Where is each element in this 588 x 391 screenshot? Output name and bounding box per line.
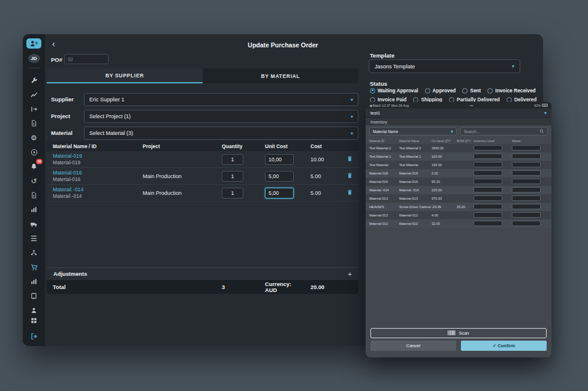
material-value: Select Material (3) (89, 130, 133, 136)
inventory-used-input[interactable] (474, 212, 502, 218)
page-title: Update Purchase Order (23, 41, 543, 49)
radio-icon[interactable] (370, 88, 375, 94)
chart-line-icon[interactable] (28, 89, 41, 100)
onhand-qty-cell: 2.01 (432, 172, 457, 175)
confirm-button[interactable]: ✓ Confirm (461, 341, 547, 351)
waste-input[interactable] (512, 154, 541, 159)
material-name-cell: Material-013 (399, 197, 432, 200)
quantity-input[interactable] (222, 171, 243, 182)
table-row: Material-016 Material-016 Main Productio… (47, 168, 358, 185)
inventory-used-input[interactable] (474, 221, 502, 226)
template-label: Template (370, 52, 394, 59)
waste-input[interactable] (512, 145, 541, 151)
user-icon[interactable] (28, 305, 41, 315)
logout-icon[interactable] (28, 331, 41, 341)
notification-badge: 16 (36, 159, 42, 164)
material-name-cell: Material-010 (399, 222, 432, 225)
search-input[interactable] (464, 130, 530, 134)
tab-by-supplier[interactable]: BY SUPPLIER (47, 68, 203, 83)
waste-input[interactable] (512, 179, 541, 184)
stats-bars-icon[interactable] (28, 276, 41, 287)
waste-input[interactable] (512, 162, 541, 167)
unit-cost-input[interactable] (265, 154, 294, 165)
col-onhand-qty: On-hand QTY (432, 139, 457, 143)
delete-row-icon[interactable] (346, 155, 353, 162)
waste-input[interactable] (512, 204, 541, 209)
batch-select[interactable]: test1 ▾ (366, 109, 551, 118)
unit-cost-input[interactable] (265, 171, 294, 182)
supplier-select[interactable]: Eric Supplier 1 ▾ (84, 93, 358, 106)
po-number-input[interactable] (64, 54, 108, 64)
device-statusbar: ◀ Batch 12:37 Mon 26 Aug ••• 92% (366, 102, 551, 109)
add-adjustment-button[interactable]: + (348, 270, 352, 278)
avatar[interactable]: JD (28, 54, 40, 63)
status-option[interactable]: Waiting Approval (370, 88, 418, 94)
barcode-icon (448, 330, 456, 336)
mini-chart-icon[interactable] (28, 204, 41, 215)
template-select[interactable]: Jasons Template ▾ (369, 59, 520, 73)
material-name-filter-select[interactable]: Material Name ▾ (369, 127, 457, 136)
quantity-input[interactable] (222, 188, 243, 198)
project-select[interactable]: Select Project (1) ▾ (84, 110, 358, 123)
export-icon[interactable] (28, 104, 41, 114)
inventory-used-input[interactable] (474, 196, 502, 201)
play-icon[interactable] (28, 147, 41, 157)
unit-cost-input[interactable] (265, 188, 294, 198)
notifications-bell-icon[interactable]: 16 (28, 161, 41, 172)
statusbar-center: ••• (470, 104, 474, 107)
history-icon[interactable]: ↺ (28, 176, 41, 186)
hierarchy-icon[interactable] (28, 248, 41, 258)
settings-gear-icon[interactable]: ⚙ (28, 133, 41, 143)
documents-icon[interactable] (28, 190, 41, 200)
cancel-button[interactable]: Cancel (370, 341, 456, 351)
inventory-search-field[interactable] (460, 127, 548, 136)
status-option[interactable]: Invoice Received (487, 88, 535, 94)
inventory-used-input[interactable] (474, 154, 502, 159)
col-unit-cost: Unit Cost (259, 143, 304, 149)
adjustments-row: Adjustments + (47, 267, 358, 280)
radio-icon[interactable] (425, 88, 430, 94)
apps-grid-icon[interactable] (28, 315, 41, 326)
statusbar-left: ◀ Batch 12:37 Mon 26 Aug (369, 104, 409, 107)
material-link[interactable]: Materail -014 (53, 187, 137, 193)
status-option[interactable]: Approved (425, 88, 456, 94)
chevron-down-icon: ▾ (512, 64, 514, 69)
delete-row-icon[interactable] (346, 189, 353, 196)
status-option-label: Approved (433, 88, 456, 94)
inventory-used-input[interactable] (474, 187, 502, 193)
total-label: Total (47, 284, 137, 290)
waste-input[interactable] (512, 170, 541, 176)
material-name-filter-value: Material Name (373, 130, 398, 134)
delivery-truck-icon[interactable] (28, 219, 41, 229)
waste-input[interactable] (512, 187, 541, 193)
material-select[interactable]: Select Material (3) ▾ (84, 127, 358, 140)
waste-input[interactable] (512, 196, 541, 201)
material-id-cell: HEAVM/S (369, 205, 399, 209)
radio-icon[interactable] (487, 88, 493, 94)
tablet-icon[interactable] (28, 291, 41, 301)
status-label: Status (370, 80, 387, 87)
delete-row-icon[interactable] (346, 172, 353, 179)
invoice-icon[interactable] (28, 118, 41, 128)
waste-input[interactable] (512, 221, 541, 226)
tab-by-material[interactable]: BY MATERIAL (203, 68, 358, 83)
onhand-qty-cell: -29.99 (432, 205, 457, 209)
inventory-used-input[interactable] (474, 204, 502, 209)
status-option-label: Invoice Received (495, 88, 535, 94)
inventory-used-input[interactable] (474, 179, 502, 184)
inventory-used-input[interactable] (474, 145, 502, 151)
scan-button[interactable]: Scan (370, 328, 547, 338)
wrench-icon[interactable] (28, 75, 41, 85)
material-link[interactable]: Material-016 (53, 170, 137, 176)
radio-icon[interactable] (462, 88, 468, 94)
list-icon[interactable]: ☰ (28, 233, 41, 243)
purchase-cart-icon[interactable] (28, 262, 41, 272)
status-option[interactable]: Sent (462, 88, 481, 94)
quantity-input[interactable] (222, 154, 243, 165)
overlay-actions: Cancel ✓ Confirm (370, 341, 547, 351)
waste-input[interactable] (512, 212, 541, 218)
material-link[interactable]: Material-019 (53, 153, 137, 159)
inventory-used-input[interactable] (474, 170, 502, 176)
inventory-used-input[interactable] (474, 162, 502, 167)
supplier-material-tabs: BY SUPPLIER BY MATERIAL (47, 68, 358, 83)
